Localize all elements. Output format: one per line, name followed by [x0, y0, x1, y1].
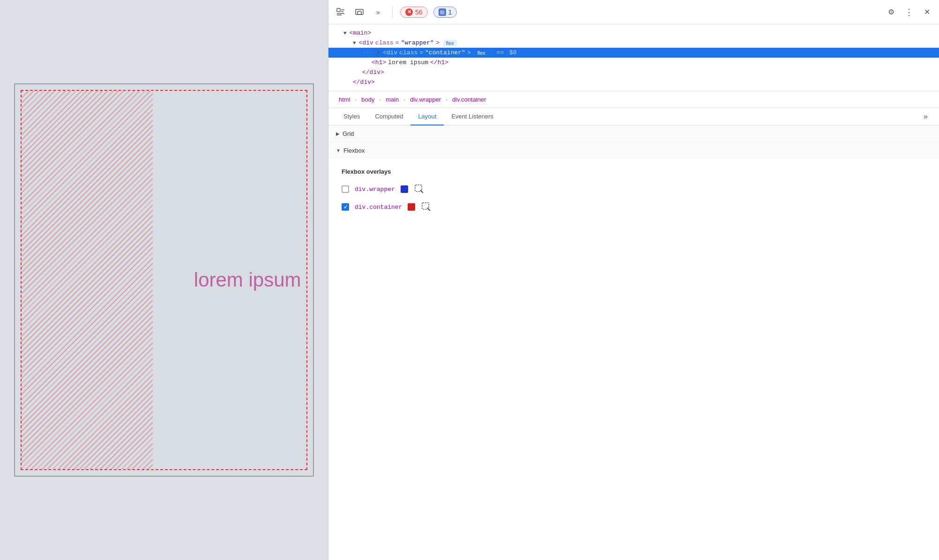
dom-line-main[interactable]: ▼ <main> [328, 28, 939, 38]
chevron-right-icon: » [376, 8, 380, 16]
dom-line-div-close[interactable]: </div> [328, 67, 939, 77]
h1-text: lorem ipsum [388, 59, 428, 66]
tab-styles[interactable]: Styles [336, 108, 367, 125]
checkbox-wrapper[interactable] [342, 185, 349, 193]
flex-badge-wrapper[interactable]: flex [443, 40, 457, 46]
toolbar-separator [392, 7, 393, 18]
overlay-highlight-wrapper-button[interactable] [414, 184, 425, 195]
dom-line-wrapper-close[interactable]: </div> [328, 77, 939, 87]
inspector-button[interactable] [334, 6, 347, 19]
breadcrumb-sep-3: › [403, 97, 405, 103]
comment-icon: ▤ [439, 8, 446, 16]
overlay-row-wrapper: div.wrapper [342, 184, 926, 195]
close-button[interactable]: ✕ [920, 6, 933, 19]
flexbox-overlays-title: Flexbox overlays [342, 168, 926, 175]
toolbar-right: ⚙ ⋮ ✕ [885, 6, 933, 19]
grid-section-header[interactable]: ▶ Grid [328, 125, 939, 142]
cursor-dashed-icon-2 [422, 202, 431, 212]
devtools-toolbar: » ✕ 56 ▤ 1 ⚙ ⋮ ✕ [328, 0, 939, 24]
color-swatch-container[interactable] [408, 203, 415, 211]
settings-button[interactable]: ⚙ [885, 6, 898, 19]
overlay-row-container: div.container [342, 201, 926, 213]
error-icon: ✕ [405, 8, 413, 16]
breadcrumb-sep-2: › [379, 97, 381, 103]
tab-layout[interactable]: Layout [410, 108, 444, 125]
triangle-icon: ▼ [377, 50, 380, 56]
color-swatch-wrapper[interactable] [401, 185, 408, 193]
attr-class-container: class [399, 49, 417, 56]
error-count: 56 [415, 8, 423, 16]
tag-h1: <h1> [372, 59, 386, 66]
tag-wrapper-close: </div> [353, 79, 375, 86]
tabs-bar: Styles Computed Layout Event Listeners » [328, 108, 939, 125]
tab-more-button[interactable]: » [920, 109, 932, 125]
checkbox-container[interactable] [342, 203, 349, 211]
tag-div-container: <div [383, 49, 397, 56]
flex-badge-container[interactable]: flex [475, 50, 488, 56]
dom-line-wrapper[interactable]: ▼ <div class = "wrapper" > flex [328, 38, 939, 48]
responsive-button[interactable] [353, 6, 366, 19]
attr-value-wrapper: "wrapper" [401, 39, 434, 46]
triangle-icon: ▼ [353, 40, 356, 46]
dom-line-container[interactable]: ··· ▼ <div class = "container" > flex ==… [328, 48, 939, 58]
triangle-down-icon: ▼ [336, 148, 341, 153]
cursor-dashed-icon [415, 184, 424, 194]
hatch-area [22, 91, 153, 469]
breadcrumb-bar: html › body › main › div.wrapper › div.c… [328, 91, 939, 108]
tag-main: <main> [350, 29, 372, 37]
breadcrumb-main[interactable]: main [383, 95, 402, 104]
browser-content: lorem ipsum [14, 83, 314, 477]
ellipsis-icon: ⋮ [905, 7, 914, 17]
svg-rect-1 [356, 9, 363, 15]
dom-tree: ▼ <main> ▼ <div class = "wrapper" > flex… [328, 24, 939, 91]
breadcrumb-body[interactable]: body [358, 95, 377, 104]
layout-content: ▶ Grid ▼ Flexbox Flexbox overlays div.wr… [328, 125, 939, 560]
comment-count: 1 [448, 8, 452, 16]
attr-value-container: "container" [425, 49, 465, 56]
attr-class: class [375, 39, 394, 46]
breadcrumb-sep-1: › [355, 97, 357, 103]
more-tools-button[interactable]: » [372, 6, 385, 19]
grid-label: Grid [343, 130, 354, 137]
breadcrumb-wrapper[interactable]: div.wrapper [407, 95, 444, 104]
tab-computed[interactable]: Computed [367, 108, 410, 125]
dom-line-h1[interactable]: <h1> lorem ipsum </h1> [328, 58, 939, 67]
breadcrumb-sep-4: › [446, 97, 447, 103]
svg-rect-2 [358, 11, 361, 15]
flexbox-label: Flexbox [343, 147, 365, 154]
triangle-right-icon: ▶ [336, 131, 340, 136]
overlay-highlight-container-button[interactable] [421, 201, 432, 213]
overlay-label-container[interactable]: div.container [355, 204, 402, 211]
devtools-panel: » ✕ 56 ▤ 1 ⚙ ⋮ ✕ ▼ <main> [328, 0, 939, 560]
viewport-panel: lorem ipsum [0, 0, 328, 560]
more-options-button[interactable]: ⋮ [902, 6, 916, 19]
tag-div: <div [359, 39, 373, 46]
close-icon: ✕ [924, 7, 930, 16]
dots-button[interactable]: ··· [362, 49, 373, 56]
breadcrumb-html[interactable]: html [336, 95, 353, 104]
gear-icon: ⚙ [888, 7, 894, 16]
tag-div-close: </div> [362, 69, 384, 76]
tag-close-container: > [467, 49, 471, 56]
lorem-ipsum-text: lorem ipsum [194, 269, 301, 291]
flexbox-section-header[interactable]: ▼ Flexbox [328, 142, 939, 159]
overlay-label-wrapper[interactable]: div.wrapper [355, 186, 395, 193]
tab-event-listeners[interactable]: Event Listeners [444, 108, 501, 125]
comment-badge[interactable]: ▤ 1 [433, 7, 457, 18]
tag-close: > [436, 39, 440, 46]
dollar-sign: $0 [509, 49, 517, 56]
svg-rect-0 [337, 8, 340, 12]
flexbox-section: Flexbox overlays div.wrapper div.contain… [328, 159, 939, 228]
error-badge[interactable]: ✕ 56 [400, 7, 428, 18]
triangle-icon: ▼ [343, 30, 347, 36]
breadcrumb-container[interactable]: div.container [449, 95, 489, 104]
tag-h1-close: </h1> [430, 59, 448, 66]
